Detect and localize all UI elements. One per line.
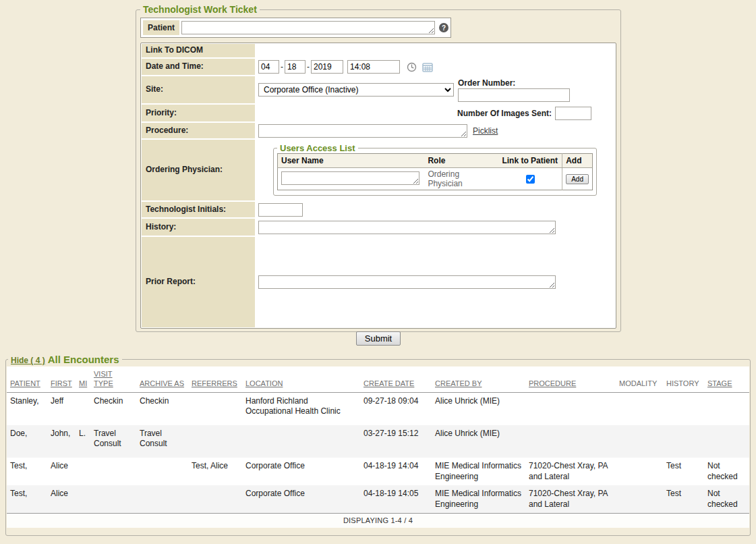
encounter-cell: Alice Uhrick (MIE)	[432, 392, 525, 425]
column-header-history: HISTORY	[663, 366, 704, 392]
encounter-cell: Travel Consult	[136, 425, 188, 458]
encounter-cell: Jeff	[47, 392, 76, 425]
date-day-input[interactable]	[285, 60, 306, 74]
date-time-label: Date and Time:	[142, 59, 255, 75]
hide-link[interactable]: Hide ( 4 )	[11, 356, 45, 365]
encounter-cell	[242, 425, 360, 458]
encounter-row[interactable]: Test,AliceCorporate Office04-18-19 14:05…	[7, 485, 749, 513]
technologist-initials-input[interactable]	[258, 203, 303, 217]
picklist-link[interactable]: Picklist	[473, 126, 498, 136]
encounter-cell	[663, 392, 704, 425]
column-header-create-date[interactable]: CREATE DATE	[360, 366, 432, 392]
order-number-group: Order Number:	[458, 78, 570, 102]
encounter-cell: Corporate Office	[242, 458, 360, 485]
link-to-dicom-label: Link To DICOM	[142, 44, 255, 57]
encounter-row[interactable]: Test,AliceTest, AliceCorporate Office04-…	[7, 458, 749, 485]
encounter-cell	[616, 458, 663, 485]
submit-button[interactable]: Submit	[356, 331, 401, 346]
encounter-cell	[188, 425, 242, 458]
technologist-initials-label: Technologist Initials:	[142, 202, 255, 217]
calendar-icon[interactable]	[422, 62, 433, 72]
encounter-cell	[90, 458, 136, 485]
patient-label: Patient	[143, 20, 179, 35]
encounter-cell: 09-27-18 09:04	[360, 392, 432, 425]
encounter-cell: Checkin	[136, 392, 188, 425]
date-month-input[interactable]	[258, 60, 279, 74]
order-number-input[interactable]	[458, 88, 570, 102]
column-header-archive-as[interactable]: ARCHIVE AS	[136, 366, 188, 392]
encounter-cell: Test	[663, 485, 704, 513]
users-access-list-section: Users Access List User Name Role Link to…	[273, 143, 597, 196]
encounter-cell	[704, 425, 749, 458]
encounter-cell: Alice	[47, 485, 76, 513]
encounter-cell: 04-18-19 14:05	[360, 485, 432, 513]
procedure-label: Procedure:	[142, 123, 255, 138]
column-header-visit-type[interactable]: VISIT TYPE	[90, 366, 136, 392]
encounter-cell: Corporate Office	[242, 485, 360, 513]
column-header-created-by[interactable]: CREATED BY	[432, 366, 525, 392]
role-value: Ordering Physician	[424, 168, 498, 190]
ual-column-user-name: User Name	[278, 154, 425, 168]
row-procedure: Procedure: Picklist	[141, 122, 616, 139]
ual-column-role: Role	[424, 154, 498, 168]
date-year-input[interactable]	[311, 60, 343, 74]
prior-report-input[interactable]	[258, 275, 556, 289]
column-header-referrers[interactable]: REFERRERS	[188, 366, 242, 392]
encounter-cell: MIE Medical Informatics Engineering	[432, 458, 525, 485]
link-to-patient-checkbox[interactable]	[526, 175, 535, 184]
ordering-physician-label: Ordering Physician:	[142, 140, 255, 200]
site-label: Site:	[142, 76, 255, 103]
encounter-cell	[188, 392, 242, 425]
encounter-cell: MIE Medical Informatics Engineering	[432, 485, 525, 513]
column-header-stage[interactable]: STAGE	[704, 366, 749, 392]
site-select[interactable]: Corporate Office (Inactive)	[258, 83, 454, 97]
work-ticket-section: Technologist Work Ticket Patient ? Link …	[136, 4, 621, 332]
order-number-label: Order Number:	[458, 78, 570, 88]
clock-icon[interactable]	[407, 62, 417, 72]
encounter-cell: Travel Consult	[90, 425, 136, 458]
patient-input[interactable]	[181, 21, 435, 34]
encounter-cell: Test, Alice	[188, 458, 242, 485]
encounter-cell: 04-18-19 14:04	[360, 458, 432, 485]
column-header-modality: MODALITY	[616, 366, 663, 392]
encounter-cell: 71020-Chest Xray, PA and Lateral	[525, 458, 616, 485]
row-priority: Priority: Number Of Images Sent:	[141, 104, 616, 122]
row-prior-report: Prior Report:	[141, 236, 616, 328]
encounter-cell	[136, 458, 188, 485]
encounter-cell: Stanley,	[7, 392, 47, 425]
pagination-status: DISPLAYING 1-4 / 4	[7, 513, 749, 528]
images-sent-input[interactable]	[555, 107, 591, 120]
encounter-cell: Alice Uhrick (MIE)	[432, 425, 525, 458]
encounter-row[interactable]: Doe,John,L.Travel ConsultTravel Consult0…	[7, 425, 749, 458]
encounter-cell	[616, 425, 663, 458]
column-header-mi[interactable]: MI	[76, 366, 90, 392]
history-label: History:	[142, 219, 255, 236]
encounter-cell: 71020-Chest Xray, PA and Lateral	[525, 485, 616, 513]
encounters-table: PATIENTFIRSTMIVISIT TYPEARCHIVE ASREFERR…	[7, 366, 749, 513]
users-access-list-title: Users Access List	[277, 143, 358, 153]
history-input[interactable]	[258, 221, 556, 234]
prior-report-label: Prior Report:	[142, 237, 255, 327]
column-header-patient[interactable]: PATIENT	[7, 366, 47, 392]
user-name-input[interactable]	[281, 171, 419, 185]
encounter-cell	[76, 458, 90, 485]
encounter-cell: L.	[76, 425, 90, 458]
ual-column-link-to-patient: Link to Patient	[498, 154, 562, 168]
add-user-button[interactable]: Add	[566, 174, 589, 184]
column-header-location[interactable]: LOCATION	[242, 366, 360, 392]
encounter-cell: Hanford Richland Occupational Health Cli…	[242, 392, 360, 425]
encounter-cell	[188, 485, 242, 513]
encounter-cell: Test	[663, 458, 704, 485]
encounter-row[interactable]: Stanley,JeffCheckinCheckinHanford Richla…	[7, 392, 749, 425]
procedure-input[interactable]	[258, 124, 467, 138]
encounter-cell	[616, 392, 663, 425]
help-icon[interactable]: ?	[439, 23, 448, 32]
encounter-cell	[76, 485, 90, 513]
row-ordering-physician: Ordering Physician: Users Access List Us…	[141, 139, 616, 201]
work-ticket-form: Link To DICOM Date and Time: - -	[140, 43, 616, 329]
column-header-first[interactable]: FIRST	[47, 366, 76, 392]
column-header-procedure[interactable]: PROCEDURE	[525, 366, 616, 392]
encounter-cell: Doe,	[7, 425, 47, 458]
time-input[interactable]	[347, 60, 400, 74]
row-site: Site: Corporate Office (Inactive) Order …	[141, 76, 616, 104]
